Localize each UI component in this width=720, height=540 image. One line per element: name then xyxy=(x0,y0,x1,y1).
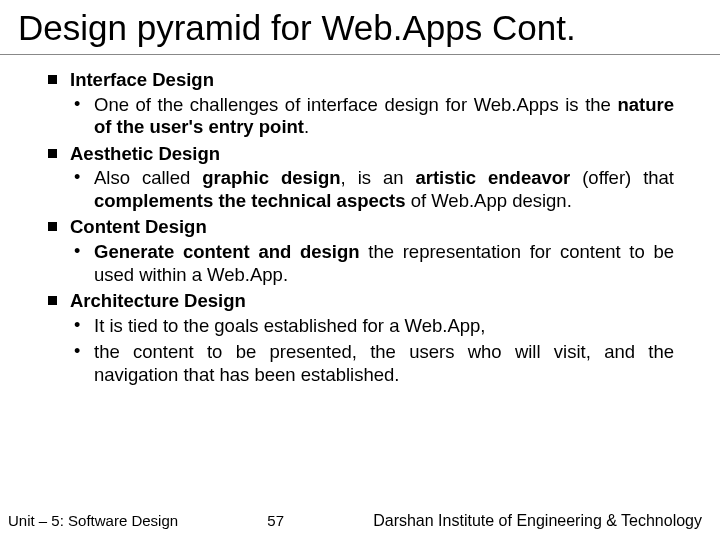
bold-text: complements the technical aspects xyxy=(94,190,406,211)
slide-footer: Unit – 5: Software Design 57 Darshan Ins… xyxy=(0,512,720,530)
text: of Web.App design. xyxy=(406,190,572,211)
slide-body: Interface Design One of the challenges o… xyxy=(0,55,720,386)
footer-institute: Darshan Institute of Engineering & Techn… xyxy=(373,512,702,530)
bullet-item: It is tied to the goals established for … xyxy=(46,315,674,338)
text: One of the challenges of interface desig… xyxy=(94,94,617,115)
page-number: 57 xyxy=(249,512,302,529)
section-content-design: Content Design xyxy=(46,216,674,239)
section-interface-design: Interface Design xyxy=(46,69,674,92)
section-architecture-design: Architecture Design xyxy=(46,290,674,313)
text: (offer) that xyxy=(570,167,674,188)
slide: Design pyramid for Web.Apps Cont. Interf… xyxy=(0,0,720,540)
footer-unit: Unit – 5: Software Design xyxy=(8,512,178,529)
section-aesthetic-design: Aesthetic Design xyxy=(46,143,674,166)
bullet-item: One of the challenges of interface desig… xyxy=(46,94,674,139)
bullet-item: Generate content and design the represen… xyxy=(46,241,674,286)
text: , is an xyxy=(341,167,416,188)
bold-text: artistic endeavor xyxy=(415,167,570,188)
footer-mid: 57 xyxy=(178,512,373,529)
bold-text: Generate content and design xyxy=(94,241,360,262)
text: Also called xyxy=(94,167,202,188)
text: . xyxy=(304,116,309,137)
bullet-item: the content to be presented, the users w… xyxy=(46,341,674,386)
bold-text: graphic design xyxy=(202,167,340,188)
slide-title: Design pyramid for Web.Apps Cont. xyxy=(0,0,720,55)
bullet-item: Also called graphic design, is an artist… xyxy=(46,167,674,212)
